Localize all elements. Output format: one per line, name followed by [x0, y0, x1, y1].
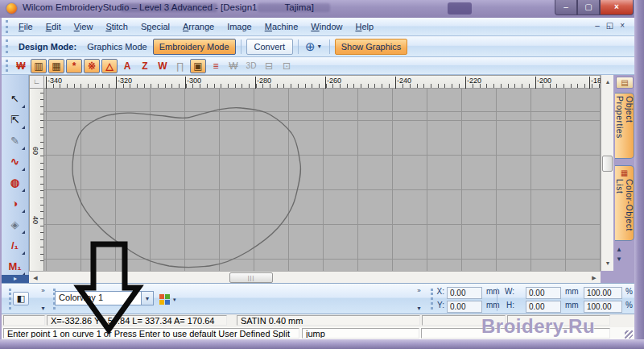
scale-x-percent: %	[625, 287, 633, 296]
window-frame-right	[634, 0, 644, 349]
globe-dropdown-icon[interactable]: ▾	[318, 43, 321, 50]
flexi-split-icon[interactable]: ※	[84, 59, 100, 73]
toolbar-chevron-icon[interactable]: »	[41, 287, 44, 294]
window-frame-bottom	[0, 339, 644, 349]
colorway-select[interactable]: Colorway 1	[55, 291, 142, 305]
scroll-down-icon[interactable]: ▼	[603, 259, 613, 268]
toolbar-overflow-icon[interactable]: ▾	[41, 305, 44, 312]
colorway-dropdown-icon[interactable]: ▼	[142, 291, 154, 305]
circle-object-tool-icon[interactable]: ◑	[5, 193, 26, 214]
scroll-up-icon[interactable]: ▲	[603, 77, 613, 87]
child-restore-button[interactable]: ◱	[606, 21, 613, 30]
e-stitch-icon[interactable]: W	[155, 59, 171, 73]
column-tool-icon[interactable]: M₁	[5, 256, 26, 276]
satin-icon[interactable]: ▥	[31, 59, 47, 73]
program-split-icon[interactable]: ≡	[208, 59, 224, 73]
show-graphics-button[interactable]: Show Graphics	[335, 39, 408, 55]
line-tool-icon[interactable]: /₁	[5, 235, 26, 256]
x-label: X:	[431, 287, 444, 296]
scroll-right-icon[interactable]: ▶	[589, 272, 599, 283]
threed-effect-icon[interactable]: 3D	[243, 59, 259, 73]
fancy-fill-icon[interactable]: *	[66, 59, 82, 73]
horizontal-scroll-thumb[interactable]: |||	[229, 272, 273, 283]
run-stitch-icon[interactable]: ₩	[13, 59, 29, 73]
vertical-scrollbar[interactable]: ▲ ▼	[601, 75, 613, 271]
basket-icon[interactable]: ⊡	[279, 59, 295, 73]
y-label: Y:	[431, 301, 444, 310]
globe-icon[interactable]: ⊕	[305, 39, 316, 54]
select-tool-icon[interactable]: ↖	[5, 89, 26, 109]
ruler-label: -340	[47, 77, 62, 85]
minimize-button[interactable]: –	[555, 0, 577, 15]
toolbox-toolbar: ↖ ⇱ ✎ ∿ ◍ ◑ ◈ /₁ M₁ ▸	[2, 75, 29, 283]
menu-arrange[interactable]: Arrange	[176, 20, 221, 33]
menu-machine[interactable]: Machine	[258, 20, 305, 33]
toolbar-drag-handle[interactable]	[6, 39, 8, 54]
colorway-palette-icon[interactable]	[159, 294, 170, 305]
design-thumbnail-icon[interactable]: ◧	[13, 292, 29, 305]
menu-window[interactable]: Window	[304, 20, 349, 33]
dock-scroll-down-icon[interactable]: ▼	[616, 256, 622, 263]
child-close-button[interactable]: ×	[620, 21, 625, 30]
embroidery-mode-button[interactable]: Embroidery Mode	[153, 39, 236, 55]
status-blank-segment	[3, 315, 45, 326]
close-button[interactable]: ×	[600, 0, 634, 15]
window-title-machine: Tajima]	[284, 2, 313, 12]
x-unit: mm	[486, 287, 500, 296]
menu-edit[interactable]: Edit	[39, 20, 68, 33]
column-a-icon[interactable]: A	[119, 59, 135, 73]
toolbar-drag-handle[interactable]	[9, 289, 11, 310]
toolbar-drag-handle[interactable]	[6, 20, 8, 32]
scale-y-field[interactable]: 100.00	[584, 301, 622, 313]
scroll-left-icon[interactable]: ◀	[31, 272, 40, 283]
h-unit: mm	[565, 301, 579, 310]
sequin-icon[interactable]: ₩	[225, 59, 242, 73]
menu-view[interactable]: View	[68, 20, 100, 33]
design-mode-toolbar: Design Mode: Graphics Mode Embroidery Mo…	[2, 36, 634, 57]
freehand-tool-icon[interactable]: ∿	[5, 152, 26, 172]
toolbox-overflow-button[interactable]: ▸	[2, 275, 29, 283]
knife-tool-icon[interactable]: ✎	[5, 131, 26, 151]
horizontal-ruler: -340 -320 -300 -280 -260 -240 -220 -200 …	[44, 75, 601, 89]
palette-dropdown-icon[interactable]: ▾	[173, 297, 176, 303]
tatami-icon[interactable]: ▦	[48, 59, 64, 73]
resize-grip[interactable]	[625, 330, 633, 339]
child-minimize-button[interactable]: –	[595, 21, 600, 30]
trapunto-icon[interactable]: ⊟	[261, 59, 277, 73]
square-stitch-icon[interactable]: ∏	[172, 59, 188, 73]
contour-icon[interactable]: △	[101, 59, 118, 73]
toolbar-overflow-icon[interactable]: ▾	[417, 305, 420, 312]
menu-file[interactable]: File	[12, 20, 39, 33]
maximize-button[interactable]: ▢	[577, 0, 600, 15]
graphics-mode-button[interactable]: Graphics Mode	[81, 39, 153, 54]
menu-stitch[interactable]: Stitch	[99, 20, 134, 33]
closed-object-tool-icon[interactable]: ◍	[5, 172, 26, 193]
colorway-toolbar: ◧ » ▾ Colorway 1 ▼ ▾ » ▾ X: 0.00 mm W: 0…	[2, 283, 634, 314]
menu-bar: File Edit View Stitch Special Arrange Im…	[2, 18, 634, 36]
horizontal-scrollbar[interactable]: ◀ ||| ▶	[29, 271, 601, 283]
scale-x-field[interactable]: 100.00	[584, 287, 622, 299]
toolbar-chevron-icon[interactable]: »	[417, 287, 420, 294]
toolbar-drag-handle[interactable]	[6, 60, 8, 72]
menu-help[interactable]: Help	[349, 20, 380, 33]
status-coordinates: X=-332.86 Y= 54.84 L= 337.34 A= 170.64	[47, 315, 227, 326]
vertical-scroll-thumb[interactable]	[602, 156, 613, 172]
overview-window-icon[interactable]: ▤	[616, 77, 634, 89]
prompt-message: Enter point 1 on curve 1 or Press Enter …	[3, 328, 299, 339]
tab-object-properties[interactable]: Object Properties	[615, 93, 634, 159]
tab-color-object-list[interactable]: ▦ Color-Object List	[615, 165, 634, 241]
design-canvas[interactable]	[44, 89, 601, 271]
open-object-tool-icon[interactable]: ◈	[5, 214, 26, 235]
dock-scroll-up-icon[interactable]: ▲	[616, 246, 622, 253]
convert-button[interactable]: Convert	[246, 39, 294, 55]
menu-image[interactable]: Image	[221, 20, 258, 33]
zigzag-icon[interactable]: Z	[137, 59, 153, 73]
design-object-outline	[44, 89, 601, 271]
menu-special[interactable]: Special	[134, 20, 176, 33]
y-field[interactable]: 0.00	[447, 301, 482, 313]
reshape-tool-icon[interactable]: ⇱	[5, 110, 26, 130]
w-field[interactable]: 0.00	[526, 287, 561, 299]
x-field[interactable]: 0.00	[447, 287, 482, 299]
h-field[interactable]: 0.00	[526, 301, 561, 313]
motif-fill-icon[interactable]: ▣	[190, 59, 206, 73]
